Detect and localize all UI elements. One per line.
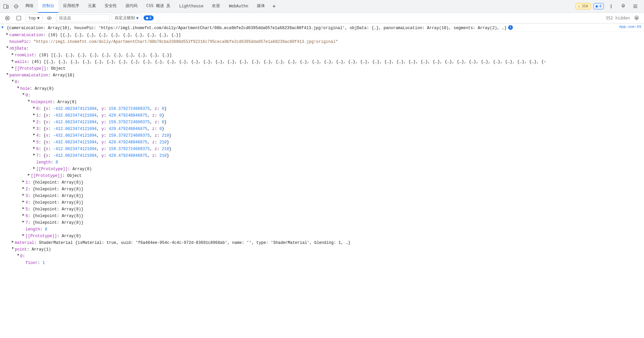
expander-panorama0[interactable] (11, 79, 15, 83)
svg-point-9 (611, 6, 612, 7)
expander-hp7[interactable] (32, 153, 36, 157)
expander-hp5[interactable] (32, 139, 36, 143)
expander-objData-proto[interactable] (11, 66, 15, 70)
svg-rect-13 (633, 7, 637, 8)
tab-network[interactable]: 网络 (21, 0, 38, 13)
expander-hole7[interactable] (21, 220, 25, 224)
tab-security[interactable]: 安全性 (101, 0, 121, 13)
console-toolbar: top ▼ 自定义级别 ▼ ● 4 352 hidden (0, 13, 644, 23)
tree-hole-length: length: 8 (0, 226, 644, 233)
tree-panoramaLocation: panoramaLocation: Array(10) (0, 72, 644, 79)
eye-btn[interactable] (45, 13, 54, 23)
console-settings-btn[interactable] (632, 13, 641, 23)
bubble-count: 4 (149, 16, 152, 20)
expander-hole3[interactable] (21, 193, 25, 197)
svg-rect-12 (633, 6, 637, 7)
info-dot-icon[interactable]: i (508, 25, 513, 30)
expander-material[interactable] (11, 240, 15, 244)
expand-icon-main[interactable]: ▼ (0, 25, 7, 31)
tree-hole-arr-proto: [[Prototype]]: Array(0) (0, 233, 644, 240)
tree-hp-1: 1: {x: -432.0623474121094, y: 429.479248… (0, 112, 644, 119)
clear-console-btn[interactable] (3, 13, 12, 23)
expander-hole6[interactable] (21, 213, 25, 217)
more-tools-btn[interactable] (631, 2, 640, 11)
warning-icon: ⚠️ (578, 4, 580, 8)
tree-hole-7: 7: {holepoint: Array(8)} (0, 219, 644, 226)
info-badge[interactable]: ● 4 (593, 3, 604, 9)
tree-hole-4: 4: {holepoint: Array(8)} (0, 199, 644, 206)
customize-btn[interactable] (606, 2, 616, 11)
tree-holepoint: holepoint: Array(8) (0, 99, 644, 106)
hidden-count: 352 hidden (606, 16, 630, 20)
level-label: 自定义级别 (115, 15, 135, 21)
expander-objData[interactable] (5, 46, 9, 50)
tab-elements[interactable]: 元素 (84, 0, 100, 13)
expander-hole5[interactable] (21, 206, 25, 210)
tab-welcome[interactable]: 欢迎 (208, 0, 224, 13)
expander-hp2[interactable] (32, 119, 36, 123)
expander-hole2[interactable] (21, 186, 25, 190)
expander-roomList[interactable] (11, 52, 15, 56)
svg-point-19 (49, 17, 50, 19)
warning-badge[interactable]: ⚠️ 350 (576, 3, 591, 9)
console-entry-main: ▼ {cameraLocation: Array(10), housePic: … (0, 25, 644, 32)
add-tab-btn[interactable]: + (270, 0, 278, 13)
message-bubble[interactable]: ● 4 (144, 15, 154, 20)
tree-floor: floor: 1 (0, 260, 644, 266)
tab-lighthouse[interactable]: Lighthouse (175, 0, 207, 13)
expander-hole1[interactable] (21, 180, 25, 184)
expander-cameraLocation[interactable] (5, 32, 9, 36)
expander-holepoint[interactable] (27, 99, 31, 103)
expander-hp0[interactable] (32, 106, 36, 110)
expander-point0[interactable] (16, 253, 20, 257)
context-selector[interactable]: top ▼ (25, 14, 43, 22)
tab-console[interactable]: 控制台 (38, 0, 58, 13)
svg-point-8 (611, 4, 612, 5)
expander-hole0[interactable] (21, 92, 25, 96)
inspect-btn[interactable] (11, 2, 21, 11)
tree-roomList: roomList: (10) [{…}, {…}, {…}, {…}, {…},… (0, 52, 644, 59)
device-toolbar-btn[interactable] (1, 2, 11, 11)
info-icon: ● (596, 4, 598, 8)
svg-point-3 (16, 6, 17, 7)
expander-hole-proto[interactable] (27, 173, 31, 177)
tab-app[interactable]: 应用程序 (59, 0, 83, 13)
tab-bar: 网络 控制台 应用程序 元素 安全性 源代码 CSS 概述 及 Lighthou… (0, 0, 644, 13)
tab-sources[interactable]: 源代码 (121, 0, 142, 13)
tab-css[interactable]: CSS 概述 及 (142, 0, 174, 13)
tree-hole: hole: Array(8) (0, 85, 644, 92)
expander-hp6[interactable] (32, 146, 36, 150)
preserve-log-btn[interactable] (14, 13, 23, 23)
warning-count: 350 (582, 4, 588, 8)
tree-cameraLocation: cameraLocation: (10) [{…}, {…}, {…}, {…}… (0, 32, 644, 39)
tab-webauthn[interactable]: WebAuthn (225, 0, 252, 13)
expander-walls[interactable] (11, 59, 15, 63)
tree-hp-3: 3: {x: -412.0623474121094, y: 429.479248… (0, 126, 644, 132)
tree-hole-5: 5: {holepoint: Array(8)} (0, 206, 644, 213)
expander-hp-proto[interactable] (32, 166, 36, 170)
expander-hole-arr-proto[interactable] (21, 233, 25, 237)
settings-btn[interactable] (619, 2, 628, 11)
tree-panorama-0: 0: (0, 79, 644, 85)
tab-media[interactable]: 媒体 (253, 0, 269, 13)
tree-hp-0: 0: {x: -432.0623474121094, y: 159.379272… (0, 106, 644, 112)
filter-input[interactable] (56, 14, 110, 22)
log-level-selector[interactable]: 自定义级别 ▼ (112, 14, 142, 22)
tree-objData: objData: (0, 45, 644, 52)
source-link[interactable]: App.vue:55 (619, 25, 644, 31)
expander-hole[interactable] (16, 86, 20, 90)
tree-hole-0: 0: (0, 92, 644, 99)
top-right-area: ⚠️ 350 ● 4 (576, 2, 643, 11)
expander-hp1[interactable] (32, 113, 36, 117)
svg-point-10 (611, 7, 612, 8)
tree-material: material: ShaderMaterial {isMaterial: tr… (0, 240, 644, 246)
console-main-text: {cameraLocation: Array(10), housePic: 'h… (7, 25, 619, 31)
tree-point-0: 0: (0, 253, 644, 260)
expander-panorama[interactable] (5, 72, 9, 76)
expander-hp4[interactable] (32, 133, 36, 137)
expander-hole4[interactable] (21, 200, 25, 204)
expander-point[interactable] (11, 247, 15, 251)
context-label: top (29, 16, 36, 20)
expander-hp3[interactable] (32, 126, 36, 130)
tree-hole-6: 6: {holepoint: Array(8)} (0, 213, 644, 219)
